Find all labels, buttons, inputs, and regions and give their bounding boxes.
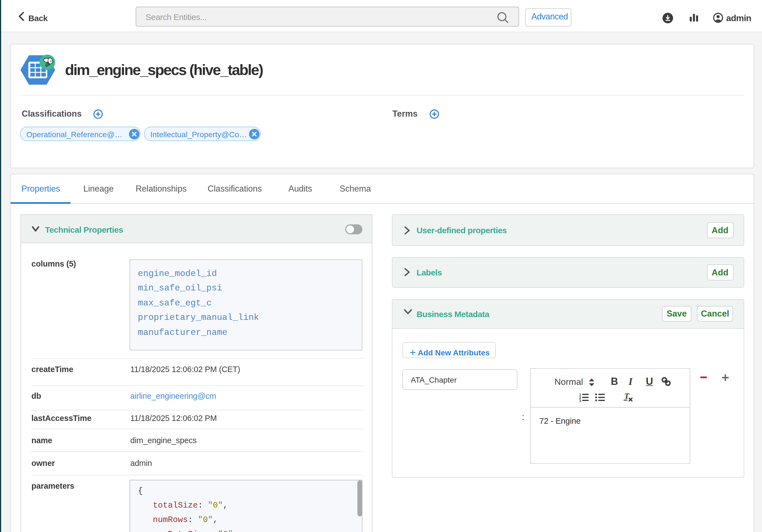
svg-text:T: T	[624, 392, 630, 400]
svg-text:3: 3	[579, 399, 581, 402]
